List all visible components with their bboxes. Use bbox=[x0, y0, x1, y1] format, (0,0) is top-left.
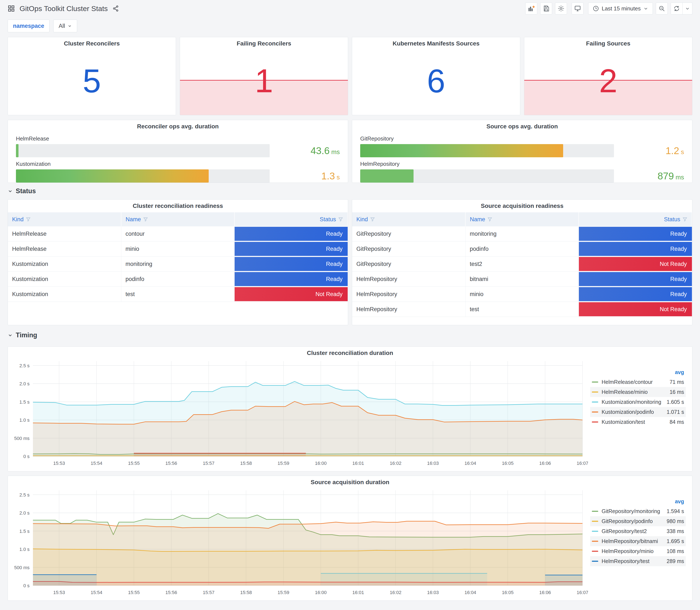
column-header-status[interactable]: Status bbox=[579, 212, 692, 226]
column-header-kind[interactable]: Kind bbox=[352, 212, 466, 226]
gauge-label: HelmRelease bbox=[16, 135, 340, 142]
legend-series-name: HelmRepository/bitnami bbox=[602, 538, 667, 544]
timeseries-plot[interactable]: 0 s500 ms1.0 s1.5 s2.0 s2.5 s15:5315:541… bbox=[8, 356, 588, 470]
cell-kind: HelmRelease bbox=[8, 241, 121, 257]
cell-kind: Kustomization bbox=[8, 287, 121, 302]
legend-series-dash-icon bbox=[592, 401, 598, 403]
stat-value: 1 bbox=[255, 64, 273, 97]
svg-text:16:04: 16:04 bbox=[465, 590, 476, 595]
svg-text:15:56: 15:56 bbox=[165, 590, 177, 595]
status-badge: Ready bbox=[234, 242, 348, 256]
legend-item[interactable]: HelmRepository/bitnami1.695 s bbox=[590, 536, 686, 546]
cell-status: Not Ready bbox=[579, 257, 692, 272]
legend-item[interactable]: GitRepository/monitoring1.594 s bbox=[590, 506, 686, 516]
filter-funnel-icon[interactable] bbox=[682, 217, 687, 222]
legend-item[interactable]: HelmRelease/contour71 ms bbox=[590, 377, 686, 387]
panel-title[interactable]: Source ops avg. duration bbox=[352, 120, 692, 130]
refresh-button[interactable] bbox=[671, 2, 683, 14]
add-panel-button[interactable] bbox=[525, 2, 537, 14]
legend-avg-header[interactable]: avg bbox=[590, 368, 686, 377]
svg-text:16:05: 16:05 bbox=[502, 461, 514, 466]
legend-item[interactable]: Kustomization/monitoring1.605 s bbox=[590, 397, 686, 407]
variable-namespace-value-dropdown[interactable]: All bbox=[53, 19, 77, 32]
column-header-kind[interactable]: Kind bbox=[8, 212, 121, 226]
variable-name: namespace bbox=[13, 23, 44, 29]
svg-text:15:59: 15:59 bbox=[278, 590, 289, 595]
legend-series-name: GitRepository/podinfo bbox=[602, 518, 667, 524]
legend-series-dash-icon bbox=[592, 531, 598, 532]
cell-name: test2 bbox=[466, 257, 579, 272]
gauge-row: Kustomization1.3s bbox=[16, 161, 340, 182]
timeseries-plot[interactable]: 0 s500 ms1.0 s1.5 s2.0 s2.5 s15:5315:541… bbox=[8, 486, 588, 599]
legend-item[interactable]: HelmRepository/minio108 ms bbox=[590, 546, 686, 556]
zoom-out-time-button[interactable] bbox=[656, 2, 668, 14]
legend-series-dash-icon bbox=[592, 551, 598, 552]
dashboard-settings-button[interactable] bbox=[555, 2, 567, 14]
share-icon[interactable] bbox=[112, 5, 119, 12]
stat-value: 2 bbox=[599, 64, 617, 97]
column-header-name[interactable]: Name bbox=[466, 212, 579, 226]
panel-title[interactable]: Cluster reconciliation duration bbox=[8, 347, 692, 356]
chevron-down-icon bbox=[643, 6, 648, 11]
cell-status: Ready bbox=[234, 257, 348, 272]
svg-text:16:00: 16:00 bbox=[315, 590, 327, 595]
gauge-value: 43.6ms bbox=[270, 145, 340, 157]
save-dashboard-button[interactable] bbox=[540, 2, 552, 14]
cell-kind: HelmRepository bbox=[352, 302, 466, 317]
legend-series-dash-icon bbox=[592, 421, 598, 422]
filter-funnel-icon[interactable] bbox=[143, 217, 148, 222]
panel-title[interactable]: Reconciler ops avg. duration bbox=[8, 120, 348, 130]
legend-series-avg: 71 ms bbox=[670, 379, 684, 385]
column-header-status[interactable]: Status bbox=[234, 212, 348, 226]
svg-text:16:00: 16:00 bbox=[315, 461, 327, 466]
panel-title[interactable]: Failing Sources bbox=[524, 37, 692, 47]
section-row-status[interactable]: Status bbox=[7, 184, 693, 198]
legend-series-avg: 1.594 s bbox=[667, 508, 684, 514]
bar-gauge-panel: Reconciler ops avg. durationHelmRelease4… bbox=[7, 120, 348, 183]
cell-name: podinfo bbox=[466, 241, 579, 257]
status-badge: Ready bbox=[579, 287, 692, 301]
panel-title[interactable]: Cluster reconciliation readiness bbox=[8, 199, 348, 209]
time-range-picker[interactable]: Last 15 minutes bbox=[588, 2, 653, 14]
filter-funnel-icon[interactable] bbox=[26, 217, 31, 222]
cell-kind: Kustomization bbox=[8, 257, 121, 272]
svg-text:0 s: 0 s bbox=[23, 454, 30, 459]
svg-text:500 ms: 500 ms bbox=[14, 436, 30, 441]
chevron-down-icon bbox=[7, 333, 13, 338]
legend-series-dash-icon bbox=[592, 521, 598, 522]
cell-name: contour bbox=[121, 226, 234, 241]
panel-title[interactable]: Cluster Reconcilers bbox=[8, 37, 176, 47]
panel-title[interactable]: Kubernetes Manifests Sources bbox=[352, 37, 520, 47]
legend-avg-header[interactable]: avg bbox=[590, 498, 686, 506]
filter-funnel-icon[interactable] bbox=[487, 217, 492, 222]
section-row-timing[interactable]: Timing bbox=[7, 328, 693, 342]
legend-series-avg: 84 ms bbox=[670, 419, 684, 425]
column-header-name[interactable]: Name bbox=[121, 212, 234, 226]
stats-row: Cluster Reconcilers5Failing Reconcilers1… bbox=[7, 37, 693, 115]
filter-funnel-icon[interactable] bbox=[370, 217, 375, 222]
legend-item[interactable]: GitRepository/podinfo980 ms bbox=[590, 516, 686, 526]
chevron-down-icon bbox=[68, 24, 72, 28]
legend-item[interactable]: Kustomization/podinfo1.071 s bbox=[590, 407, 686, 417]
legend-item[interactable]: HelmRelease/minio16 ms bbox=[590, 387, 686, 397]
cell-kind: HelmRepository bbox=[352, 272, 466, 287]
filter-funnel-icon[interactable] bbox=[338, 217, 343, 222]
cell-name: test bbox=[121, 287, 234, 302]
panel-title[interactable]: Source acquisition duration bbox=[8, 476, 692, 486]
legend-item[interactable]: HelmRepository/test289 ms bbox=[590, 556, 686, 566]
svg-text:16:03: 16:03 bbox=[427, 461, 439, 466]
refresh-interval-dropdown[interactable] bbox=[683, 2, 693, 14]
variable-namespace-label[interactable]: namespace bbox=[7, 19, 50, 32]
svg-text:16:01: 16:01 bbox=[352, 461, 364, 466]
legend-item[interactable]: GitRepository/test2338 ms bbox=[590, 526, 686, 536]
panel-title[interactable]: Failing Reconcilers bbox=[180, 37, 348, 47]
panel-title[interactable]: Source acquisition readiness bbox=[352, 199, 692, 209]
table-panel: Source acquisition readinessKindNameStat… bbox=[352, 199, 693, 325]
legend-series-avg: 16 ms bbox=[670, 389, 684, 395]
cycle-view-mode-button[interactable] bbox=[572, 2, 584, 14]
gauge-fill bbox=[16, 144, 18, 157]
legend-item[interactable]: Kustomization/test84 ms bbox=[590, 417, 686, 427]
legend-series-avg: 1.071 s bbox=[667, 409, 684, 415]
chart-svg: 0 s500 ms1.0 s1.5 s2.0 s2.5 s15:5315:541… bbox=[8, 356, 588, 470]
legend-series-dash-icon bbox=[592, 511, 598, 512]
